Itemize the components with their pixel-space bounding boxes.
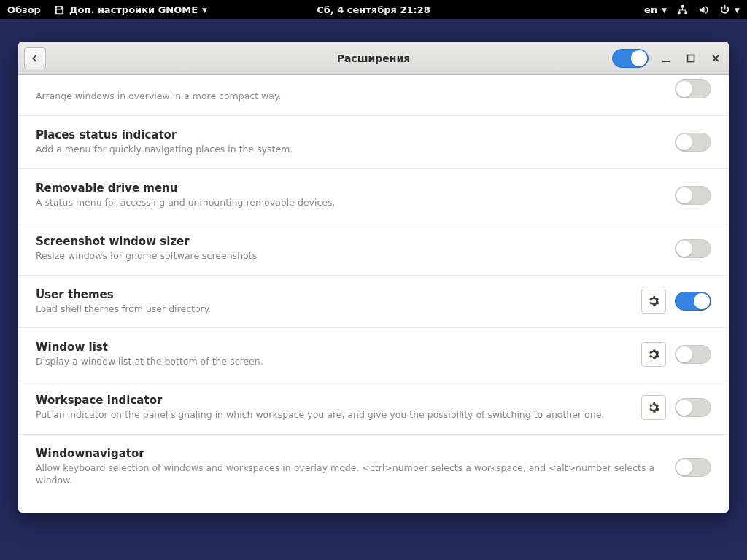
extension-title: Window list <box>36 341 641 354</box>
extension-controls <box>641 342 711 367</box>
extension-toggle[interactable] <box>675 79 711 98</box>
activities-label: Обзор <box>7 4 41 15</box>
extension-controls <box>641 395 711 420</box>
extension-settings-button[interactable] <box>641 289 666 314</box>
extension-row: Places status indicatorAdd a menu for qu… <box>18 116 729 169</box>
maximize-button[interactable] <box>684 51 698 66</box>
extension-title: Windownavigator <box>36 447 675 460</box>
keyboard-label: en <box>644 4 657 15</box>
activities-button[interactable]: Обзор <box>7 4 41 15</box>
back-button[interactable] <box>24 47 46 69</box>
extension-text: Places status indicatorAdd a menu for qu… <box>36 128 675 156</box>
app-menu[interactable]: Доп. настройки GNOME ▼ <box>54 4 207 15</box>
extension-title: Places status indicator <box>36 128 675 141</box>
extension-row: Native Window placementArrange windows i… <box>18 75 729 116</box>
extension-title: Screenshot window sizer <box>36 235 675 248</box>
extension-controls <box>675 133 711 152</box>
extension-row: User themesLoad shell themes from user d… <box>18 276 729 329</box>
extension-toggle[interactable] <box>675 133 711 152</box>
extension-toggle[interactable] <box>675 458 711 477</box>
extension-text: Native Window placementArrange windows i… <box>36 75 675 103</box>
network-icon[interactable] <box>677 4 688 15</box>
keyboard-indicator[interactable]: en ▼ <box>644 4 667 15</box>
titlebar: Расширения <box>18 42 729 75</box>
extension-text: Workspace indicatorPut an indicator on t… <box>36 394 641 421</box>
extension-toggle[interactable] <box>675 292 711 311</box>
extension-toggle[interactable] <box>675 186 711 205</box>
save-icon <box>54 4 65 15</box>
extension-text: Window listDisplay a window list at the … <box>36 341 641 368</box>
extension-toggle[interactable] <box>675 345 711 364</box>
gear-icon <box>648 295 659 307</box>
svg-rect-4 <box>688 55 694 61</box>
extension-description: Add a menu for quickly navigating places… <box>36 144 675 156</box>
extensions-list: Native Window placementArrange windows i… <box>18 75 729 513</box>
extension-settings-button[interactable] <box>641 342 666 367</box>
extension-controls <box>641 289 711 314</box>
chevron-down-icon: ▼ <box>662 7 667 14</box>
extension-title: User themes <box>36 288 641 301</box>
extension-description: Arrange windows in overview in a more co… <box>36 90 675 103</box>
extension-description: Load shell themes from user directory. <box>36 303 641 316</box>
volume-icon[interactable] <box>698 4 709 15</box>
power-icon <box>719 4 730 15</box>
extension-description: Allow keyboard selection of windows and … <box>36 462 675 487</box>
extension-controls <box>675 186 711 205</box>
extension-description: Display a window list at the bottom of t… <box>36 356 641 368</box>
svg-rect-3 <box>662 61 670 62</box>
svg-rect-2 <box>684 11 687 14</box>
extension-toggle[interactable] <box>675 398 711 417</box>
extension-description: A status menu for accessing and unmounti… <box>36 197 675 209</box>
extension-text: WindownavigatorAllow keyboard selection … <box>36 447 675 487</box>
chevron-down-icon: ▼ <box>735 7 740 14</box>
extension-settings-button[interactable] <box>641 395 666 420</box>
system-menu[interactable]: ▼ <box>719 4 740 15</box>
extension-row: Screenshot window sizerResize windows fo… <box>18 222 729 276</box>
svg-rect-0 <box>681 4 684 7</box>
extension-text: Screenshot window sizerResize windows fo… <box>36 235 675 262</box>
gear-icon <box>648 402 659 413</box>
minimize-button[interactable] <box>659 51 673 66</box>
extension-toggle[interactable] <box>675 239 711 258</box>
extension-row: Workspace indicatorPut an indicator on t… <box>18 381 729 435</box>
extensions-window: Расширения Native Window placementArrang… <box>18 42 729 513</box>
extension-description: Resize windows for gnome software screen… <box>36 250 675 262</box>
clock-label: Сб, 4 сентября 21:28 <box>317 4 430 15</box>
extensions-master-toggle[interactable] <box>612 49 649 68</box>
extension-text: Removable drive menuA status menu for ac… <box>36 182 675 209</box>
extension-text: User themesLoad shell themes from user d… <box>36 288 641 316</box>
extension-row: WindownavigatorAllow keyboard selection … <box>18 435 729 506</box>
gnome-top-panel: Обзор Доп. настройки GNOME ▼ Сб, 4 сентя… <box>0 0 747 19</box>
extension-controls <box>675 458 711 477</box>
clock[interactable]: Сб, 4 сентября 21:28 <box>317 4 430 15</box>
extension-controls <box>675 79 711 98</box>
extension-title: Removable drive menu <box>36 182 675 195</box>
svg-rect-1 <box>678 11 681 14</box>
extension-controls <box>675 239 711 258</box>
chevron-down-icon: ▼ <box>202 7 207 14</box>
close-button[interactable] <box>708 51 723 66</box>
extension-row: Window listDisplay a window list at the … <box>18 328 729 381</box>
window-title: Расширения <box>337 52 411 64</box>
extension-title: Workspace indicator <box>36 394 641 407</box>
extension-description: Put an indicator on the panel signaling … <box>36 409 641 421</box>
extension-row: Removable drive menuA status menu for ac… <box>18 169 729 222</box>
app-menu-label: Доп. настройки GNOME <box>69 4 198 15</box>
gear-icon <box>648 349 659 360</box>
